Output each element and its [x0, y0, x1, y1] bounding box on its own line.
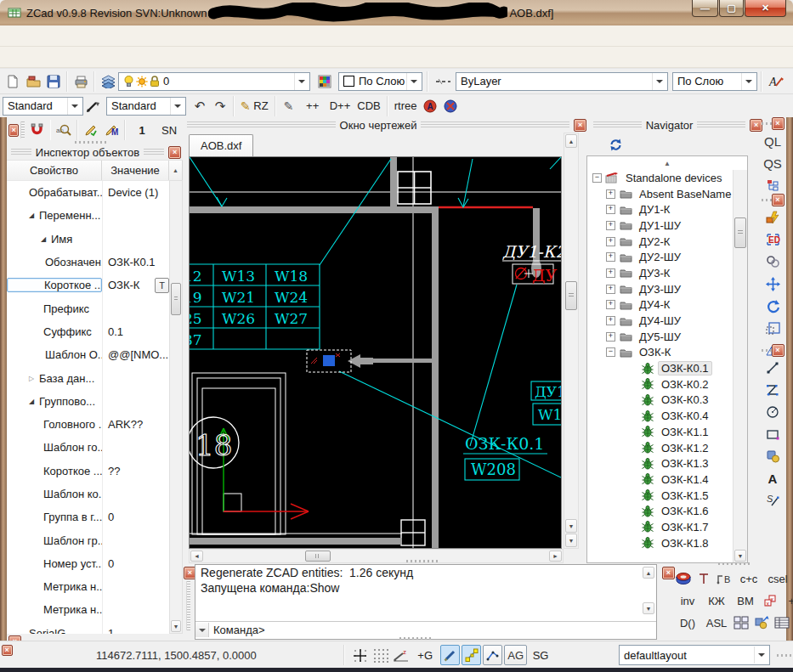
lineweight-combo[interactable]: По Слою: [672, 72, 757, 91]
property-row[interactable]: Шаблон ко... T: [7, 483, 169, 505]
qs-button[interactable]: QS: [762, 153, 783, 173]
navigator-header[interactable]: Navigator ×: [589, 117, 762, 133]
layer-palette-button[interactable]: [314, 71, 335, 92]
toolbar-grip[interactable]: [762, 199, 772, 201]
scroll-right-icon[interactable]: ►: [549, 551, 562, 562]
menu-item[interactable]: [5, 54, 25, 59]
tree-item[interactable]: ОЗК-К1.3: [587, 455, 747, 472]
tree-scroll-up-icon[interactable]: ▲: [587, 156, 747, 170]
panel-grip[interactable]: [144, 149, 164, 156]
tree-item[interactable]: ОЗК-К1.8: [587, 535, 747, 551]
command-prompt[interactable]: Команда>: [209, 624, 265, 636]
select-rect-icon[interactable]: [762, 318, 783, 338]
menu-item[interactable]: [5, 33, 25, 38]
tree-item[interactable]: ОЗК-К1.2: [587, 440, 747, 456]
tree-item[interactable]: ДУ1-К: [587, 201, 747, 217]
link-icon[interactable]: [762, 251, 783, 272]
sn-button[interactable]: SN: [156, 120, 183, 140]
plus-g-toggle[interactable]: +G: [411, 645, 439, 665]
tree-item[interactable]: ДУ2-К: [587, 234, 747, 250]
draw-text-icon[interactable]: A: [762, 468, 783, 488]
title-bar[interactable]: ZCad v0.9.8 Revision SVN:Unknown AOB.dxf…: [0, 0, 793, 26]
draw-polyline-icon[interactable]: [762, 380, 783, 400]
canvas-hscrollbar[interactable]: ◄ ►: [189, 549, 564, 563]
menu-item[interactable]: [25, 54, 46, 59]
toolbar-close-button[interactable]: ×: [8, 124, 19, 137]
layout-combo[interactable]: defaultlayout: [619, 645, 770, 665]
blue-sphere-x-button[interactable]: [440, 96, 461, 116]
layer-combo[interactable]: 0: [118, 72, 310, 91]
text-edit-button[interactable]: T: [155, 278, 169, 293]
draw-rectangle-icon[interactable]: [762, 424, 783, 444]
ortho-z-icon[interactable]: z: [391, 645, 411, 665]
redo-button[interactable]: ↷: [210, 96, 230, 116]
property-row[interactable]: Короткое ... ??T: [7, 460, 169, 483]
save-button[interactable]: [43, 71, 64, 92]
inv-button[interactable]: inv: [673, 590, 702, 611]
rotate-icon[interactable]: [762, 296, 783, 316]
property-row[interactable]: SerialG... 1T: [7, 622, 169, 634]
expander-icon[interactable]: [29, 398, 39, 405]
tree-item[interactable]: ОЗК-К0.3: [587, 392, 747, 409]
tree-item[interactable]: Absent BaseName: [587, 186, 747, 202]
tree-item[interactable]: ДУ3-К: [587, 265, 747, 281]
tree-item[interactable]: ОЗК-К1.5: [587, 488, 747, 504]
inspector-scrollbar[interactable]: ▼: [169, 180, 183, 634]
property-row[interactable]: Группа в г... 0T: [7, 505, 169, 528]
cad-wire-table-text[interactable]: 12W13W18 19W21W24 25W26W27 37: [190, 268, 308, 348]
csel-button[interactable]: csel: [763, 568, 792, 589]
tree-item[interactable]: ОЗК-К0.4: [587, 408, 747, 424]
tree-expander[interactable]: [606, 268, 615, 278]
find-text-button[interactable]: ab: [54, 120, 74, 140]
menu-item[interactable]: [189, 33, 209, 38]
scroll-up-icon[interactable]: ▲: [169, 161, 183, 181]
property-row[interactable]: Обозначен... ОЗК-К0.1T: [7, 251, 169, 274]
menu-item[interactable]: [250, 33, 270, 38]
draw-copy-icon[interactable]: [762, 446, 783, 466]
grid-四-icon[interactable]: [731, 613, 751, 633]
snap-grid-icon[interactable]: [350, 645, 371, 665]
menu-item[interactable]: [148, 33, 168, 38]
tree-item[interactable]: ОЗК-К1.7: [587, 519, 747, 535]
red-sphere-a-button[interactable]: A: [420, 96, 440, 116]
panel-grip[interactable]: [187, 121, 336, 129]
rtree-button[interactable]: rtree: [391, 96, 421, 116]
scroll-down-icon[interactable]: ▼: [565, 519, 577, 533]
edit-check-button[interactable]: [81, 120, 101, 140]
inspector-close-button[interactable]: ×: [168, 146, 181, 159]
scrollbar-thumb[interactable]: [734, 217, 746, 248]
toolbar-close-button[interactable]: ×: [772, 194, 785, 206]
property-row[interactable]: Метрика н... T: [7, 598, 169, 621]
menu-item[interactable]: [107, 33, 127, 38]
scroll-down-icon[interactable]: ▼: [565, 534, 577, 547]
menu-item[interactable]: [46, 33, 66, 38]
cad-white-lines[interactable]: [190, 157, 561, 548]
navigator-scrollbar[interactable]: ▼: [733, 170, 747, 562]
toolbar-close-button[interactable]: ×: [772, 344, 785, 357]
tree-item[interactable]: ОЗК-К1.6: [587, 503, 747, 519]
d-paren-button[interactable]: D(): [673, 613, 702, 633]
property-row[interactable]: Метрика н... T: [7, 575, 169, 598]
tree-expander[interactable]: [606, 221, 615, 230]
menu-item[interactable]: [46, 54, 66, 59]
c-plus-c-button[interactable]: c+c: [734, 568, 763, 589]
layers-button[interactable]: [98, 71, 118, 92]
property-row[interactable]: Суффикс 0.1T: [7, 320, 169, 343]
property-row[interactable]: Имя T: [7, 228, 169, 251]
grid-dots-icon[interactable]: [371, 645, 391, 665]
tree-item[interactable]: Standalone devices: [587, 170, 747, 186]
drawing-window-close-button[interactable]: ×: [574, 119, 586, 132]
tree-item[interactable]: ДУ4-ШУ: [587, 313, 747, 329]
new-file-button[interactable]: [3, 71, 23, 92]
scroll-up-icon[interactable]: ▲: [643, 567, 654, 579]
property-row[interactable]: Шаблон О... @@[NMO...T: [7, 343, 169, 366]
entity-edit-icon[interactable]: ED: [762, 229, 783, 250]
property-row[interactable]: Головного ... ARK??T: [7, 413, 169, 436]
color-combo[interactable]: По Слою: [338, 72, 422, 91]
minimize-button[interactable]: —: [692, 0, 718, 17]
tree-item[interactable]: ОЗК-К1.4: [587, 472, 747, 488]
ag-toggle[interactable]: AG: [504, 645, 527, 665]
dock-handle[interactable]: [718, 562, 751, 565]
plus-plus-button[interactable]: ++: [299, 96, 326, 116]
bm-button[interactable]: BM: [731, 590, 760, 611]
